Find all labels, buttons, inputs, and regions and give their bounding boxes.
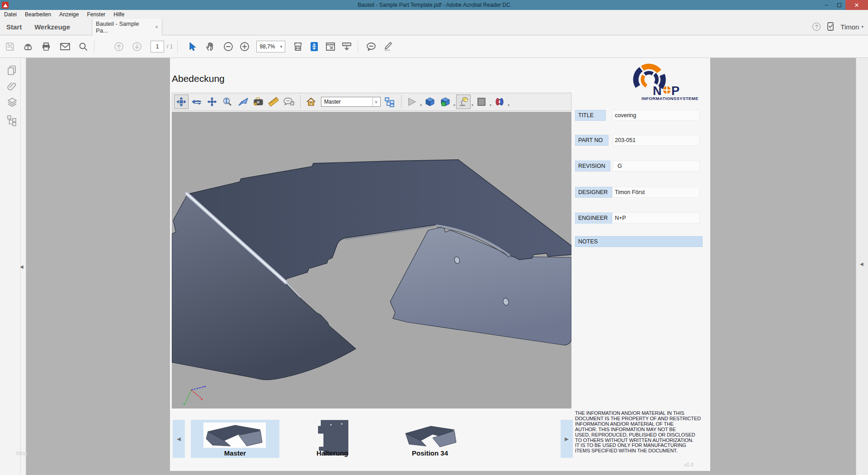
default-view-home-icon[interactable] xyxy=(304,95,318,109)
restore-button[interactable] xyxy=(833,0,845,10)
master-thumbnail xyxy=(203,423,266,448)
help-button[interactable]: ? xyxy=(812,23,821,31)
tab-document[interactable]: Bauteil - Sample Pa... × xyxy=(92,19,162,36)
workspace: ◀ ◀ blog Abedeckung N P xyxy=(0,58,868,475)
field-label-designer: DESIGNER xyxy=(575,187,612,198)
fit-page-button[interactable] xyxy=(308,40,321,53)
previous-page-button[interactable] xyxy=(113,40,125,53)
chevron-down-icon[interactable]: ▾ xyxy=(472,103,473,107)
chevron-down-icon: ▾ xyxy=(861,24,863,29)
lighting-icon[interactable] xyxy=(456,95,471,109)
play-animation-icon[interactable] xyxy=(405,95,419,109)
carousel-next-button[interactable]: ▶ xyxy=(561,420,573,458)
tab-start[interactable]: Start xyxy=(0,23,28,31)
thumbnail-frame xyxy=(203,423,266,448)
field-label-engineer: ENGINEER xyxy=(575,213,612,223)
divider xyxy=(300,95,301,109)
highlight-pen-button[interactable] xyxy=(382,40,394,53)
rotate-tool-icon[interactable] xyxy=(174,95,189,109)
notes-label: NOTES xyxy=(575,236,703,247)
zoom-out-button[interactable] xyxy=(222,40,235,53)
menu-hilfe[interactable]: Hilfe xyxy=(109,11,128,18)
page-thumbnails-icon[interactable] xyxy=(6,65,18,76)
chevron-down-icon: ▾ xyxy=(280,44,283,49)
carousel-label: Halterung xyxy=(290,449,374,457)
background-color-icon[interactable] xyxy=(474,95,489,109)
cross-section-icon[interactable] xyxy=(492,95,507,109)
carousel-label: Master xyxy=(191,449,279,457)
menu-bar: Datei Bearbeiten Anzeige Fenster Hilfe xyxy=(0,10,868,19)
attachments-icon[interactable] xyxy=(6,81,18,92)
company-logo: N P INFORMATIONSSYSTEME xyxy=(627,62,692,106)
carousel-item-position-34[interactable]: Position 34 xyxy=(388,420,472,458)
watermark-text: blog xyxy=(16,450,28,456)
chevron-down-icon[interactable]: ▾ xyxy=(453,103,455,107)
share-upload-button[interactable] xyxy=(22,40,34,53)
zoom-level-select[interactable]: 98,7% ▾ xyxy=(256,41,285,52)
render-mode-icon[interactable] xyxy=(438,95,453,109)
pan-tool-icon[interactable] xyxy=(205,95,219,109)
carousel-item-halterung[interactable]: Halterung xyxy=(290,420,374,458)
field-value-title: covering xyxy=(615,110,636,121)
account-menu[interactable]: Timon ▾ xyxy=(840,23,863,31)
tab-close-icon[interactable]: × xyxy=(155,24,158,30)
tab-werkzeuge[interactable]: Werkzeuge xyxy=(28,23,76,31)
print-button[interactable] xyxy=(40,40,52,53)
menu-datei[interactable]: Datei xyxy=(0,11,21,18)
divider xyxy=(401,95,401,109)
pdf-page: Abedeckung N P INFORMATIONSSYSTEME xyxy=(170,58,710,471)
field-label-partno: PART NO xyxy=(575,135,609,146)
chevron-down-icon[interactable]: ▾ xyxy=(490,103,491,107)
3d-comment-tool-icon[interactable] xyxy=(282,95,296,109)
field-value-box[interactable] xyxy=(612,161,700,171)
camera-tool-icon[interactable] xyxy=(251,95,265,109)
legal-notice: THE INFORMATION AND/OR MATERIAL IN THIS … xyxy=(575,411,707,454)
zoom-tool-icon[interactable] xyxy=(220,95,235,109)
sign-mobile-icon[interactable] xyxy=(827,22,834,31)
spin-tool-icon[interactable] xyxy=(189,95,204,109)
zoom-in-button[interactable] xyxy=(238,40,251,53)
minimize-button[interactable]: – xyxy=(820,0,833,10)
title-bar: Bauteil - Sample Part Template.pdf - Ado… xyxy=(0,0,868,10)
model-tree-toggle-icon[interactable] xyxy=(382,95,397,109)
field-label-revision: REVISION xyxy=(575,161,610,171)
carousel-item-master[interactable]: Master xyxy=(191,420,279,458)
3d-viewport[interactable] xyxy=(172,112,571,408)
menu-fenster[interactable]: Fenster xyxy=(83,11,109,18)
fit-width-button[interactable] xyxy=(292,40,304,53)
email-button[interactable] xyxy=(59,40,71,53)
use-default-view-icon[interactable] xyxy=(423,95,437,109)
close-button[interactable]: ✕ xyxy=(845,0,868,10)
menu-anzeige[interactable]: Anzeige xyxy=(55,11,83,18)
page-total-label: / 1 xyxy=(167,43,173,50)
fullscreen-button[interactable] xyxy=(324,40,337,53)
field-value-revision: G xyxy=(618,161,622,171)
search-button[interactable] xyxy=(77,40,90,53)
3d-part-render xyxy=(172,112,571,408)
fly-tool-icon[interactable] xyxy=(236,95,250,109)
collapse-nav-pane-button[interactable]: ◀ xyxy=(20,261,26,271)
carousel-prev-button[interactable]: ◀ xyxy=(173,420,185,458)
hide-toolbar-button[interactable] xyxy=(340,40,353,53)
field-value-designer: Timon Först xyxy=(615,187,645,198)
select-tool-button[interactable] xyxy=(186,40,198,53)
model-tree-pane-icon[interactable] xyxy=(6,114,18,126)
hand-tool-button[interactable] xyxy=(204,40,217,53)
expand-tools-pane-button[interactable]: ◀ xyxy=(860,261,863,266)
view-select[interactable]: Master v xyxy=(321,97,381,107)
comment-button[interactable] xyxy=(365,40,378,53)
chevron-down-icon[interactable]: ▾ xyxy=(420,103,422,107)
main-toolbar: / 1 98,7% ▾ xyxy=(0,35,868,58)
page-number-input[interactable] xyxy=(151,41,164,52)
window-title: Bauteil - Sample Part Template.pdf - Ado… xyxy=(0,2,868,8)
field-value-engineer: N+P xyxy=(615,213,626,223)
save-button[interactable] xyxy=(4,40,16,53)
divider xyxy=(94,40,94,53)
next-page-button[interactable] xyxy=(131,40,143,53)
chevron-down-icon[interactable]: ▾ xyxy=(508,103,509,107)
chevron-down-icon: v xyxy=(373,98,379,106)
layers-icon[interactable] xyxy=(6,97,18,109)
menu-bearbeiten[interactable]: Bearbeiten xyxy=(21,11,55,18)
measure-tool-icon[interactable] xyxy=(266,95,281,109)
template-version: v1.0 xyxy=(649,462,693,467)
